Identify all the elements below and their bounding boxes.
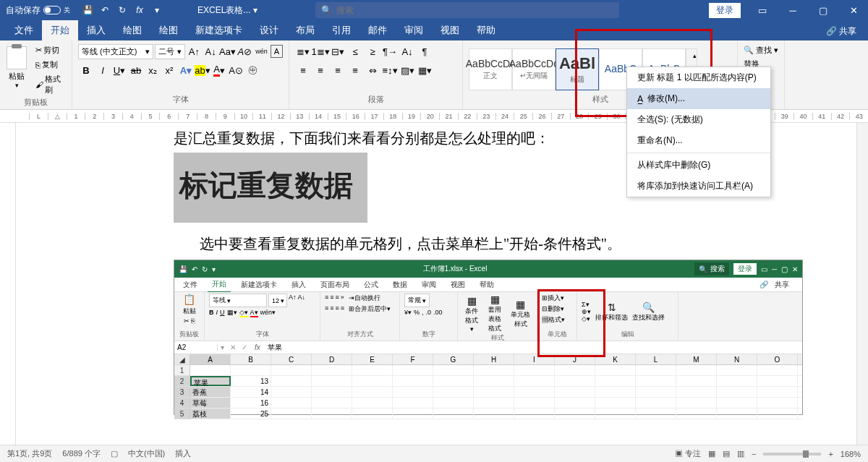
char-border-icon[interactable]: A bbox=[271, 45, 283, 58]
qat-dropdown-icon[interactable]: ▾ bbox=[150, 3, 164, 17]
zoom-out[interactable]: − bbox=[752, 450, 756, 458]
undo-icon[interactable]: ↶ bbox=[98, 3, 112, 17]
excel-login[interactable]: 登录 bbox=[733, 263, 757, 275]
ex-inc-font[interactable]: A↑ bbox=[289, 294, 297, 307]
selected-heading[interactable]: 标记重复数据 bbox=[174, 153, 367, 223]
ex-border-icon[interactable]: ▦▾ bbox=[227, 309, 237, 317]
focus-mode[interactable]: ▣ 专注 bbox=[675, 448, 701, 459]
save-icon[interactable]: 💾 bbox=[80, 3, 95, 17]
autosave-toggle[interactable]: 自动保存 关 bbox=[0, 4, 76, 17]
maximize-icon[interactable]: ▢ bbox=[809, 0, 838, 20]
tab-newtab[interactable]: 新建选项卡 bbox=[187, 20, 251, 40]
style-heading1[interactable]: AaBl标题 bbox=[556, 48, 599, 90]
increase-indent-icon[interactable]: ≥ bbox=[365, 43, 380, 59]
language-status[interactable]: 中文(中国) bbox=[128, 448, 165, 459]
style-up-icon[interactable]: ▴ bbox=[686, 49, 702, 63]
ex-font-family[interactable]: 等线▾ bbox=[209, 294, 267, 307]
decrease-font-icon[interactable]: A↓ bbox=[203, 43, 218, 59]
align-right-icon[interactable]: ≡ bbox=[330, 62, 346, 78]
vertical-ruler[interactable] bbox=[0, 123, 16, 445]
ex-bold[interactable]: B bbox=[209, 309, 214, 317]
align-center-icon[interactable]: ≡ bbox=[312, 62, 328, 78]
highlight-icon[interactable]: ab▾ bbox=[195, 62, 210, 78]
search-box[interactable]: 🔍 bbox=[315, 2, 619, 18]
zoom-in[interactable]: + bbox=[828, 450, 833, 458]
distribute-icon[interactable]: ⇔ bbox=[365, 62, 380, 78]
bullets-icon[interactable]: ≣▾ bbox=[295, 43, 311, 59]
clear-format-icon[interactable]: A⊘ bbox=[237, 43, 253, 59]
vertical-scrollbar[interactable] bbox=[856, 123, 868, 445]
ex-number-format[interactable]: 常规▾ bbox=[404, 294, 430, 307]
ex-italic[interactable]: I bbox=[216, 309, 218, 317]
close-icon[interactable]: ✕ bbox=[839, 0, 868, 20]
menu-rename[interactable]: 重命名(N)... bbox=[627, 130, 770, 151]
phonetic-icon[interactable]: wén bbox=[254, 43, 269, 59]
insert-mode[interactable]: 插入 bbox=[175, 448, 191, 459]
minimize-icon[interactable]: ─ bbox=[778, 0, 807, 20]
superscript-icon[interactable]: x² bbox=[161, 62, 177, 78]
borders-icon[interactable]: ▦▾ bbox=[417, 62, 433, 78]
ex-tab-layout[interactable]: 页面布局 bbox=[316, 278, 354, 292]
ex-fill-icon[interactable]: ◇▾ bbox=[239, 309, 248, 317]
ex-tab-insert[interactable]: 插入 bbox=[287, 278, 310, 292]
ex-tab-view[interactable]: 视图 bbox=[446, 278, 469, 292]
font-family-select[interactable]: 等线 (中文正文)▾ bbox=[78, 44, 153, 59]
text-effect-icon[interactable]: A▾ bbox=[178, 62, 194, 78]
ex-paste-icon[interactable]: 📋 bbox=[183, 294, 195, 305]
tab-file[interactable]: 文件 bbox=[6, 20, 42, 40]
ex-share[interactable]: 🔗 共享 bbox=[755, 278, 798, 292]
view-read-icon[interactable]: ▤ bbox=[723, 449, 730, 458]
excel-search[interactable]: 🔍 搜索 bbox=[694, 262, 729, 275]
tab-draw2[interactable]: 绘图 bbox=[150, 20, 187, 40]
bold-icon[interactable]: B bbox=[78, 62, 94, 78]
subscript-icon[interactable]: x₂ bbox=[145, 62, 161, 78]
ex-font-size[interactable]: 12▾ bbox=[268, 294, 287, 307]
ex-copy-icon[interactable]: ⎘ bbox=[191, 317, 195, 325]
excel-grid[interactable]: ◢ 1 2 3 4 5 ABCDEFGHIJKLMNO 苹果13 香蕉14 草莓… bbox=[174, 354, 802, 419]
style-normal[interactable]: AaBbCcDc正文 bbox=[469, 48, 512, 90]
ex-tab-review[interactable]: 审阅 bbox=[417, 278, 441, 292]
ex-min-icon[interactable]: ─ bbox=[772, 265, 777, 273]
ex-delete[interactable]: ⊟删除▾ bbox=[542, 304, 564, 314]
ex-phonetic[interactable]: wén▾ bbox=[260, 309, 276, 317]
ex-tab-file[interactable]: 文件 bbox=[179, 278, 202, 292]
copy-button[interactable]: ⎘复制 bbox=[33, 58, 66, 72]
menu-select-all[interactable]: 全选(S): (无数据) bbox=[627, 109, 770, 130]
ex-cell-style[interactable]: ▦单元格样式 bbox=[509, 299, 532, 329]
increase-font-icon[interactable]: A↑ bbox=[187, 43, 202, 59]
menu-add-qat[interactable]: 将库添加到快速访问工具栏(A) bbox=[627, 176, 770, 197]
style-nospacing[interactable]: AaBbCcDc↵无间隔 bbox=[512, 48, 556, 90]
enclose-icon[interactable]: ㊥ bbox=[244, 62, 260, 78]
ribbon-options-icon[interactable]: ▭ bbox=[748, 0, 777, 20]
ex-table-format[interactable]: ▦套用 表格格式 bbox=[485, 294, 504, 333]
tab-help[interactable]: 帮助 bbox=[468, 20, 504, 40]
align-left-icon[interactable]: ≡ bbox=[295, 62, 311, 78]
ex-insert[interactable]: ⊞插入▾ bbox=[542, 294, 564, 303]
cell-reference[interactable]: A2 bbox=[174, 343, 218, 351]
tab-insert[interactable]: 插入 bbox=[78, 20, 114, 40]
decrease-indent-icon[interactable]: ≤ bbox=[347, 43, 363, 59]
ex-format[interactable]: ▦格式▾ bbox=[542, 315, 565, 325]
word-count[interactable]: 6/889 个字 bbox=[62, 448, 101, 459]
document-name[interactable]: EXCEL表格...▾ bbox=[197, 4, 258, 17]
share-button[interactable]: 🔗 共享 bbox=[820, 22, 862, 40]
fx-label[interactable]: fx bbox=[250, 343, 265, 351]
ex-cond-format[interactable]: ▦条件格式▾ bbox=[462, 295, 481, 333]
multilevel-icon[interactable]: ⊟▾ bbox=[330, 43, 346, 59]
ex-tab-help[interactable]: 帮助 bbox=[475, 278, 498, 292]
zoom-level[interactable]: 168% bbox=[841, 450, 861, 458]
strike-icon[interactable]: ab bbox=[128, 62, 144, 78]
ex-redo-icon[interactable]: ↻ bbox=[202, 265, 208, 273]
search-input[interactable] bbox=[336, 5, 613, 15]
ex-find[interactable]: 🔍查找和选择 bbox=[632, 301, 665, 322]
ex-save-icon[interactable]: 💾 bbox=[179, 265, 187, 273]
sort-icon[interactable]: A↓ bbox=[399, 43, 415, 59]
tab-layout[interactable]: 布局 bbox=[287, 20, 323, 40]
ex-sort[interactable]: ⇅排序和筛选 bbox=[595, 301, 628, 322]
ex-tab-newtab[interactable]: 新建选项卡 bbox=[237, 278, 281, 292]
find-button[interactable]: 🔍 查找 ▾ bbox=[744, 43, 778, 57]
formula-value[interactable]: 苹果 bbox=[265, 343, 285, 353]
tab-draw1[interactable]: 绘图 bbox=[114, 20, 150, 40]
justify-icon[interactable]: ≡ bbox=[347, 62, 363, 78]
ex-max-icon[interactable]: ▢ bbox=[781, 265, 788, 273]
